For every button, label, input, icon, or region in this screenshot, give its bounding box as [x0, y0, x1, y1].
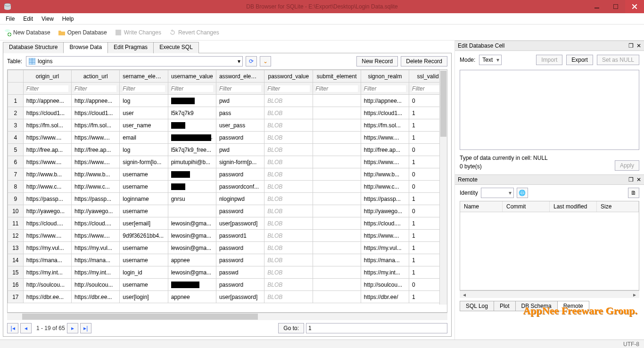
delete-record-button[interactable]: Delete Record [401, 56, 447, 66]
filter-action_url[interactable] [74, 85, 116, 92]
cell[interactable]: l5k7q7k9 [168, 107, 216, 119]
export-button[interactable]: Export [566, 55, 593, 65]
cell[interactable]: https://cloud1... [72, 107, 120, 119]
cell[interactable]: username [120, 279, 168, 291]
cell[interactable]: https://passp... [361, 193, 409, 205]
filter-sername_elemen[interactable] [123, 85, 165, 92]
cell[interactable]: https://dbr.ee/ [361, 291, 409, 303]
cell[interactable]: login_id [120, 266, 168, 279]
cell[interactable]: lewosin@gma... [168, 266, 216, 279]
col-signon_realm[interactable]: signon_realm [361, 70, 409, 83]
identity-refresh-button[interactable]: 🌐 [517, 188, 528, 198]
cell[interactable] [313, 119, 361, 132]
cell[interactable]: BLOB [264, 156, 313, 168]
cell[interactable]: BLOB [264, 242, 313, 254]
goto-input[interactable] [306, 323, 447, 333]
cell[interactable]: http://www.b... [361, 168, 409, 181]
table-row[interactable]: 11https://cloud....https://cloud....user… [8, 217, 447, 230]
cell-editor[interactable] [460, 70, 639, 150]
cell[interactable]: https://cloud1... [361, 107, 409, 119]
cell[interactable] [313, 205, 361, 217]
table-row[interactable]: 1http://appnee...http://appnee...logpwdB… [8, 95, 447, 107]
cell[interactable] [313, 279, 361, 291]
cell[interactable]: BLOB [264, 168, 313, 181]
cell[interactable]: https://mana... [361, 254, 409, 266]
identity-select[interactable] [481, 188, 514, 198]
cell[interactable]: https://www.... [72, 156, 120, 168]
nav-first-button[interactable]: |◂ [7, 323, 18, 333]
cell[interactable]: https://my.int... [23, 266, 71, 279]
cell[interactable]: BLOB [264, 144, 313, 156]
cell[interactable]: password1 [216, 230, 264, 242]
cell[interactable]: password [216, 279, 264, 291]
col-lastmod[interactable]: Last modified [550, 201, 597, 212]
tab-execute-sql[interactable]: Execute SQL [153, 42, 199, 53]
cell[interactable]: http://appnee... [72, 95, 120, 107]
cell[interactable]: https://www.... [72, 132, 120, 144]
cell[interactable]: https://mana... [72, 254, 120, 266]
table-row[interactable]: 12https://www....https://www....9d9f3626… [8, 230, 447, 242]
cell[interactable]: BLOB [264, 107, 313, 119]
cell[interactable]: log [120, 95, 168, 107]
cell[interactable]: pass [216, 107, 264, 119]
set-null-button[interactable]: Set as NULL [597, 55, 639, 65]
cell[interactable] [313, 168, 361, 181]
cell[interactable] [313, 181, 361, 193]
cell[interactable]: https://dbr.ee... [72, 291, 120, 303]
menu-help[interactable]: Help [58, 15, 78, 23]
filter-password_value[interactable] [267, 85, 309, 92]
cell[interactable]: https://cloud1... [23, 107, 71, 119]
cell[interactable]: https://my.vul... [361, 242, 409, 254]
cell[interactable] [313, 230, 361, 242]
cell[interactable]: lewosin@gma... [168, 242, 216, 254]
identity-action-button[interactable]: 🗎 [628, 188, 639, 198]
clear-filters-button[interactable]: ⌄ [260, 56, 271, 66]
cell[interactable]: http://soulcou... [361, 279, 409, 291]
cell[interactable]: username [120, 254, 168, 266]
nav-last-button[interactable]: ▸| [80, 323, 91, 333]
cell[interactable]: username [120, 181, 168, 193]
col-name[interactable]: Name [460, 201, 503, 212]
cell[interactable]: http://www.b... [72, 168, 120, 181]
col-password_value[interactable]: password_value [264, 70, 313, 83]
cell[interactable]: user [120, 107, 168, 119]
cell[interactable]: user[password] [216, 291, 264, 303]
cell[interactable]: https://my.vul... [23, 242, 71, 254]
cell[interactable]: gnrsu [168, 193, 216, 205]
filter-signon_realm[interactable] [364, 85, 406, 92]
cell[interactable]: user_pass [216, 119, 264, 132]
cell[interactable]: user[login] [120, 291, 168, 303]
cell[interactable]: user_name [120, 119, 168, 132]
new-record-button[interactable]: New Record [356, 56, 398, 66]
table-row[interactable]: 9https://passp...https://passp...loginna… [8, 193, 447, 205]
cell[interactable]: https://my.vul... [72, 242, 120, 254]
cell[interactable]: BLOB [264, 119, 313, 132]
cell[interactable]: https://www.... [23, 156, 71, 168]
cell[interactable]: http://www.c... [72, 181, 120, 193]
cell[interactable]: http://www.c... [23, 181, 71, 193]
cell[interactable] [313, 132, 361, 144]
cell[interactable]: BLOB [264, 95, 313, 107]
new-database-button[interactable]: New Database [4, 29, 50, 36]
open-database-button[interactable]: Open Database [58, 29, 107, 36]
cell[interactable] [313, 95, 361, 107]
menu-file[interactable]: File [2, 15, 18, 23]
undock-icon[interactable]: ❐ [628, 176, 634, 183]
remote-hscroll[interactable]: ◂▸ [460, 290, 639, 298]
maximize-button[interactable] [606, 0, 625, 13]
table-row[interactable]: 5http://free.ap...http://free.ap...logl5… [8, 144, 447, 156]
apply-button[interactable]: Apply [615, 160, 639, 171]
tab-browse-data[interactable]: Browse Data [63, 42, 108, 53]
cell[interactable]: http://www.c... [361, 181, 409, 193]
cell[interactable]: pwd [216, 144, 264, 156]
cell[interactable] [313, 107, 361, 119]
cell[interactable]: https://cloud.... [23, 217, 71, 230]
table-row[interactable]: 14https://mana...https://mana...username… [8, 254, 447, 266]
cell[interactable]: lewosin@gma... [168, 217, 216, 230]
mode-select[interactable]: Text [479, 55, 502, 65]
cell[interactable]: http://appnee... [23, 95, 71, 107]
cell[interactable]: BLOB [264, 205, 313, 217]
cell[interactable] [313, 217, 361, 230]
minimize-button[interactable] [587, 0, 606, 13]
cell[interactable]: passwordconf... [216, 181, 264, 193]
